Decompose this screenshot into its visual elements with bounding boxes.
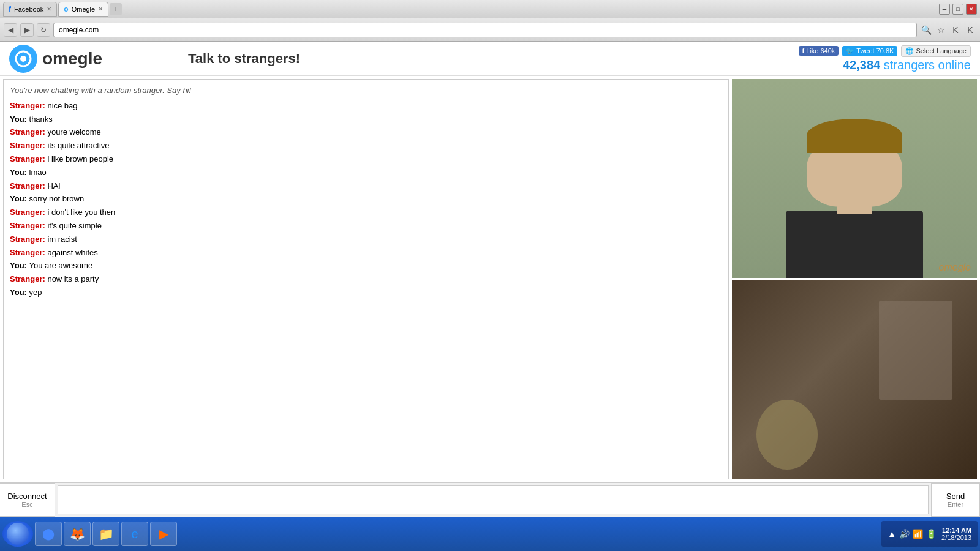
star-icon[interactable]: ☆ xyxy=(935,24,947,36)
close-button[interactable]: ✕ xyxy=(966,4,977,15)
stranger-label: Stranger: xyxy=(10,141,47,150)
back-button[interactable]: ◀ xyxy=(4,23,17,37)
taskbar-firefox[interactable]: 🦊 xyxy=(64,522,91,546)
forward-button[interactable]: ▶ xyxy=(20,23,34,37)
chat-line: Stranger: HAl xyxy=(10,180,722,193)
strangers-online: 42,384 strangers online xyxy=(843,58,971,72)
taskbar: ⬤ 🦊 📁 e ▶ ▲ 🔊 📶 🔋 12:14 AM 2/18/2013 xyxy=(0,517,980,551)
chat-line: You: lmao xyxy=(10,167,722,179)
address-text: omegle.com xyxy=(59,26,99,34)
system-clock: 12:14 AM 2/18/2013 xyxy=(941,527,971,541)
stranger-label: Stranger: xyxy=(10,181,47,190)
input-area: Disconnect Esc Send Enter xyxy=(0,482,980,517)
start-orb xyxy=(7,523,29,545)
tray-volume-icon[interactable]: 🔊 xyxy=(899,529,910,539)
message-text: HAl xyxy=(47,181,60,190)
strangers-count: 42,384 xyxy=(843,58,880,72)
message-text: now its a party xyxy=(47,274,99,283)
minimize-button[interactable]: ─ xyxy=(939,4,950,15)
tab-omegle[interactable]: o Omegle ✕ xyxy=(58,2,108,17)
ie-icon: e xyxy=(131,527,138,541)
site-header: omegle Talk to strangers! f Like 640k 🐦 … xyxy=(0,42,980,76)
tray-battery-icon[interactable]: 🔋 xyxy=(926,529,937,539)
you-label: You: xyxy=(10,194,29,203)
social-buttons: f Like 640k 🐦 Tweet 70.8K 🌐 Select Langu… xyxy=(799,45,971,57)
search-icon[interactable]: 🔍 xyxy=(920,24,932,36)
browser-titlebar: f Facebook ✕ o Omegle ✕ + ─ □ ✕ xyxy=(0,0,980,18)
new-tab-button[interactable]: + xyxy=(110,3,122,15)
start-button[interactable] xyxy=(2,521,33,547)
tool1-icon[interactable]: K xyxy=(949,24,962,36)
tab-omegle-close[interactable]: ✕ xyxy=(98,6,103,12)
video-panel-stranger: omegle xyxy=(732,79,977,278)
taskbar-chrome[interactable]: ⬤ xyxy=(35,522,62,546)
fb-like-label: Like xyxy=(806,47,818,54)
address-bar[interactable]: omegle.com xyxy=(53,23,917,37)
globe-icon: 🌐 xyxy=(905,47,914,55)
chat-input-wrapper xyxy=(55,483,931,517)
facebook-like-button[interactable]: f Like 640k xyxy=(799,46,839,56)
stranger-label: Stranger: xyxy=(10,274,47,283)
message-text: sorry not brown xyxy=(29,194,85,203)
tab-facebook-close[interactable]: ✕ xyxy=(47,6,51,12)
browser-toolbar: ◀ ▶ ↻ omegle.com 🔍 ☆ K K xyxy=(0,18,980,42)
message-text: i don't like you then xyxy=(47,208,115,217)
refresh-button[interactable]: ↻ xyxy=(37,23,50,37)
stranger-label: Stranger: xyxy=(10,221,47,230)
select-language-label: Select Language xyxy=(916,47,967,54)
chat-notice: You're now chatting with a random strang… xyxy=(10,84,722,97)
chat-line: You: You are awesome xyxy=(10,260,722,272)
message-text: against whites xyxy=(47,248,97,257)
chat-line: Stranger: against whites xyxy=(10,247,722,260)
tweet-button[interactable]: 🐦 Tweet 70.8K xyxy=(842,46,897,56)
header-right: f Like 640k 🐦 Tweet 70.8K 🌐 Select Langu… xyxy=(799,45,971,72)
chat-line: Stranger: its quite attractive xyxy=(10,140,722,152)
maximize-button[interactable]: □ xyxy=(952,4,963,15)
tweet-label: Tweet xyxy=(856,47,874,54)
message-text: its quite attractive xyxy=(47,141,109,150)
svg-point-1 xyxy=(20,56,26,62)
media-icon: ▶ xyxy=(159,527,168,541)
select-language-button[interactable]: 🌐 Select Language xyxy=(901,45,971,57)
clock-time: 12:14 AM xyxy=(941,527,971,534)
you-label: You: xyxy=(10,288,29,297)
you-label: You: xyxy=(10,168,29,177)
chrome-icon: ⬤ xyxy=(42,527,55,541)
tagline: Talk to strangers! xyxy=(188,51,300,67)
tray-arrow-icon[interactable]: ▲ xyxy=(888,529,896,539)
disconnect-button[interactable]: Disconnect Esc xyxy=(0,483,55,517)
taskbar-ie[interactable]: e xyxy=(121,522,148,546)
strangers-text: strangers online xyxy=(880,58,971,72)
send-label: Send xyxy=(946,492,965,501)
taskbar-media[interactable]: ▶ xyxy=(150,522,177,546)
chat-line: Stranger: youre welcome xyxy=(10,126,722,139)
chat-line: Stranger: now its a party xyxy=(10,273,722,286)
stranger-label: Stranger: xyxy=(10,248,47,257)
chat-input[interactable] xyxy=(58,485,929,514)
tray-network-icon[interactable]: 📶 xyxy=(913,529,923,539)
chat-line: Stranger: nice bag xyxy=(10,100,722,113)
folder-icon: 📁 xyxy=(99,527,114,541)
system-tray: ▲ 🔊 📶 🔋 12:14 AM 2/18/2013 xyxy=(881,521,978,547)
tab-omegle-label: Omegle xyxy=(72,6,96,13)
tool2-icon[interactable]: K xyxy=(964,24,976,36)
fb-icon: f xyxy=(802,47,805,54)
message-text: i like brown people xyxy=(47,154,113,163)
send-button[interactable]: Send Enter xyxy=(931,483,980,517)
omegle-favicon: o xyxy=(64,5,68,13)
logo-area: omegle xyxy=(9,45,102,73)
message-text: nice bag xyxy=(47,101,77,110)
send-hint: Enter xyxy=(948,501,963,508)
chat-line: Stranger: im racist xyxy=(10,233,722,246)
taskbar-explorer[interactable]: 📁 xyxy=(92,522,119,546)
twitter-icon: 🐦 xyxy=(846,47,854,55)
clock-date: 2/18/2013 xyxy=(941,534,971,541)
chat-area: You're now chatting with a random strang… xyxy=(3,79,729,479)
you-label: You: xyxy=(10,261,29,270)
message-text: youre welcome xyxy=(47,127,100,137)
tab-facebook[interactable]: f Facebook ✕ xyxy=(3,2,57,17)
message-text: yep xyxy=(29,288,42,297)
window-controls: ─ □ ✕ xyxy=(939,4,977,15)
stranger-label: Stranger: xyxy=(10,127,47,137)
logo-icon xyxy=(9,45,37,73)
